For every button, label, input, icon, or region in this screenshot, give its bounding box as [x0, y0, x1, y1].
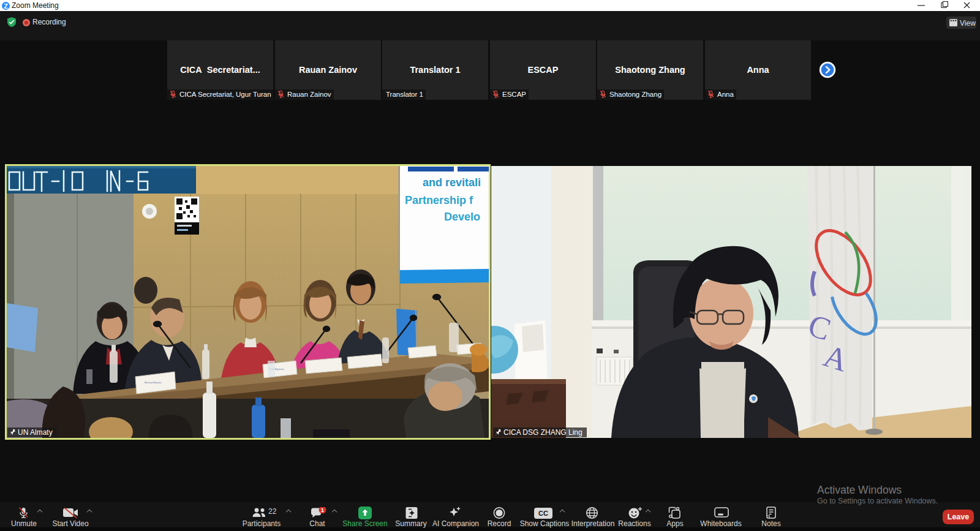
svg-text:Z: Z	[4, 2, 8, 10]
svg-text:Michael Bourke: Michael Bourke	[145, 381, 162, 384]
svg-text:and revitali: and revitali	[423, 176, 481, 189]
svg-text:1: 1	[321, 507, 325, 513]
svg-text:CC: CC	[538, 510, 548, 517]
svg-text:Develo: Develo	[444, 211, 480, 223]
svg-text:Partnership f: Partnership f	[405, 194, 473, 206]
